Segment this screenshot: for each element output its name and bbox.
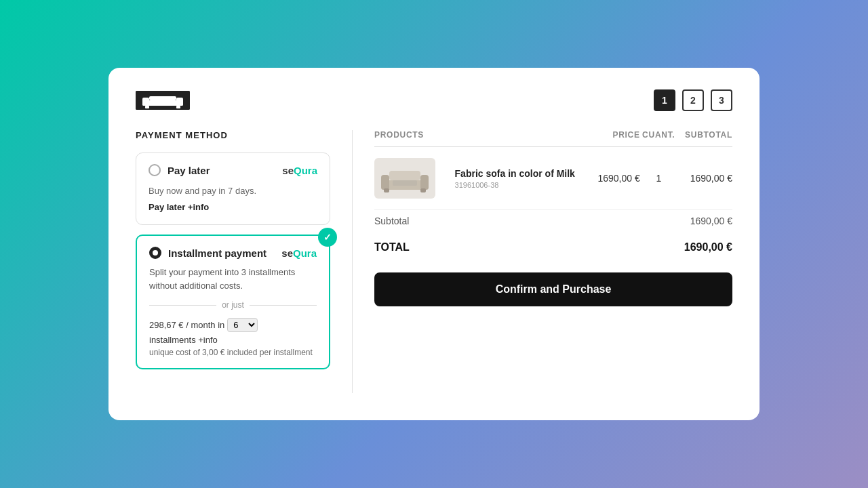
- payment-section-title: PAYMENT METHOD: [136, 130, 330, 140]
- col-products: PRODUCTS: [374, 130, 592, 147]
- pay-later-left: Pay later: [149, 164, 210, 176]
- installment-header: Installment payment seQura: [149, 247, 317, 259]
- product-thumbnail: [374, 158, 435, 199]
- products-panel: PRODUCTS PRICE CUANT. SUBTOTAL: [353, 130, 732, 393]
- pay-later-info: Buy now and pay in 7 days. Pay later +in…: [149, 184, 317, 214]
- products-table: PRODUCTS PRICE CUANT. SUBTOTAL: [374, 130, 732, 259]
- col-quantity: CUANT.: [640, 130, 677, 147]
- calc-suffix: installments +info: [149, 335, 218, 345]
- subtotal-label: Subtotal: [374, 210, 677, 232]
- pay-later-option[interactable]: Pay later seQura Buy now and pay in 7 da…: [136, 152, 330, 225]
- brand-logo: [136, 91, 190, 110]
- payment-method-panel: PAYMENT METHOD Pay later seQura Buy now …: [136, 130, 353, 393]
- total-row: TOTAL 1690,00 €: [374, 232, 732, 259]
- svg-rect-3: [176, 98, 183, 106]
- product-name: Fabric sofa in color of Milk: [455, 168, 592, 179]
- subtotal-row: Subtotal 1690,00 €: [374, 210, 732, 232]
- pay-later-link[interactable]: Pay later +info: [149, 201, 317, 214]
- calc-amount: 298,67 € / month in: [149, 320, 224, 330]
- pay-later-info-text: Buy now and pay in 7 days.: [149, 186, 256, 196]
- installment-label: Installment payment: [168, 247, 267, 259]
- installment-option[interactable]: ✓ Installment payment seQura Split your …: [136, 235, 330, 369]
- selected-checkmark: ✓: [318, 228, 337, 247]
- step-indicators: 1 2 3: [654, 89, 732, 111]
- product-subtotal: 1690,00 €: [677, 147, 732, 210]
- svg-rect-10: [389, 171, 420, 180]
- svg-rect-11: [384, 188, 389, 192]
- installment-provider: seQura: [281, 247, 317, 259]
- svg-rect-2: [142, 98, 149, 106]
- svg-rect-5: [145, 106, 149, 108]
- product-image-cell: [374, 147, 455, 210]
- product-sku: 31961006-38: [455, 181, 592, 189]
- pay-later-header: Pay later seQura: [149, 164, 317, 176]
- svg-rect-12: [420, 188, 426, 192]
- installment-divider: or just: [149, 300, 317, 310]
- product-info-cell: Fabric sofa in color of Milk 31961006-38: [455, 147, 592, 210]
- step-2: 2: [682, 89, 704, 111]
- product-quantity: 1: [640, 147, 677, 210]
- svg-rect-13: [393, 180, 417, 186]
- svg-rect-9: [420, 175, 429, 190]
- total-value: 1690,00 €: [677, 232, 732, 259]
- step-3: 3: [711, 89, 732, 111]
- svg-rect-8: [381, 175, 389, 190]
- installment-note: unique cost of 3,00 € included per insta…: [149, 348, 317, 357]
- table-row: Fabric sofa in color of Milk 31961006-38…: [374, 147, 732, 210]
- svg-rect-4: [149, 96, 176, 100]
- product-price: 1690,00 €: [592, 147, 640, 210]
- installment-calculator: 298,67 € / month in 6 3 9 12 installment…: [149, 318, 317, 345]
- step-1: 1: [654, 89, 675, 111]
- modal-header: 1 2 3: [136, 89, 732, 111]
- col-subtotal: SUBTOTAL: [677, 130, 732, 147]
- installment-left: Installment payment: [149, 247, 267, 259]
- col-price: PRICE: [592, 130, 640, 147]
- confirm-purchase-button[interactable]: Confirm and Purchase: [374, 272, 732, 306]
- pay-later-radio[interactable]: [149, 164, 161, 176]
- divider-text: or just: [222, 300, 244, 310]
- total-label: TOTAL: [374, 232, 677, 259]
- installment-description: Split your payment into 3 installments w…: [149, 266, 317, 292]
- checkout-modal: 1 2 3 PAYMENT METHOD Pay later seQura Bu…: [108, 68, 760, 420]
- subtotal-value: 1690,00 €: [677, 210, 732, 232]
- modal-body: PAYMENT METHOD Pay later seQura Buy now …: [136, 130, 732, 393]
- svg-rect-6: [176, 106, 180, 108]
- installments-select[interactable]: 6 3 9 12: [227, 318, 258, 332]
- installment-radio[interactable]: [149, 247, 161, 259]
- pay-later-label: Pay later: [167, 165, 210, 176]
- pay-later-provider: seQura: [282, 165, 317, 176]
